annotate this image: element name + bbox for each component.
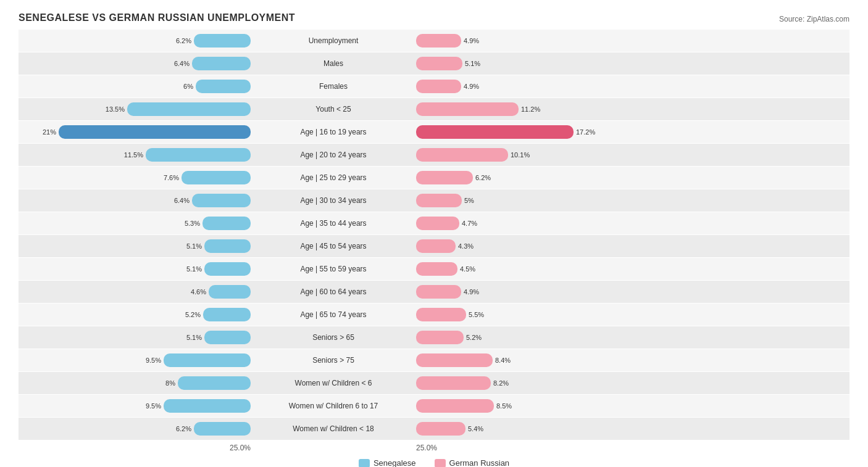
pink-bar bbox=[416, 148, 508, 162]
left-value: 13.5% bbox=[106, 105, 125, 113]
pink-bar bbox=[416, 102, 519, 116]
left-value: 11.5% bbox=[124, 151, 143, 159]
left-bar-area: 6.2% bbox=[19, 34, 253, 48]
chart-row: 9.5% Seniors > 75 8.4% bbox=[19, 349, 849, 371]
blue-bar bbox=[204, 239, 251, 253]
left-value: 6.4% bbox=[174, 197, 190, 204]
blue-bar bbox=[202, 217, 251, 230]
left-value: 9.5% bbox=[146, 357, 161, 364]
blue-bar bbox=[146, 148, 251, 162]
axis-left: 25.0% bbox=[19, 444, 253, 452]
legend-blue-box bbox=[359, 459, 370, 468]
bar-label: Women w/ Children 6 to 17 bbox=[253, 402, 414, 410]
bar-label: Women w/ Children < 18 bbox=[253, 424, 414, 433]
chart-row: 9.5% Women w/ Children 6 to 17 8.5% bbox=[19, 395, 849, 417]
chart-row: 7.6% Age | 25 to 29 years 6.2% bbox=[19, 167, 849, 189]
left-bar-area: 6.4% bbox=[19, 57, 253, 70]
bar-label: Age | 30 to 34 years bbox=[253, 196, 414, 205]
right-value: 10.1% bbox=[511, 151, 530, 159]
chart-row: 8% Women w/ Children < 6 8.2% bbox=[19, 372, 849, 394]
blue-bar bbox=[59, 125, 251, 139]
chart-area: 6.2% Unemployment 4.9% 6.4% Males 5.1% 6… bbox=[19, 30, 849, 440]
bar-label: Males bbox=[253, 59, 414, 68]
chart-row: 5.1% Age | 55 to 59 years 4.5% bbox=[19, 258, 849, 280]
axis-right-label: 25.0% bbox=[416, 444, 437, 452]
chart-row: 6% Females 4.9% bbox=[19, 75, 849, 97]
chart-row: 5.3% Age | 35 to 44 years 4.7% bbox=[19, 212, 849, 234]
left-value: 21% bbox=[43, 128, 56, 136]
left-value: 5.2% bbox=[185, 311, 201, 318]
bar-label: Females bbox=[253, 82, 414, 91]
right-value: 4.3% bbox=[458, 242, 474, 250]
right-value: 4.7% bbox=[462, 220, 477, 227]
left-value: 7.6% bbox=[164, 174, 179, 181]
right-value: 4.9% bbox=[464, 288, 479, 295]
bar-label: Age | 45 to 54 years bbox=[253, 242, 414, 250]
left-bar-area: 4.6% bbox=[19, 285, 253, 299]
right-bar-area: 11.2% bbox=[414, 102, 648, 116]
bar-label: Age | 55 to 59 years bbox=[253, 265, 414, 273]
right-value: 8.2% bbox=[493, 379, 509, 387]
right-bar-area: 6.2% bbox=[414, 171, 648, 184]
bar-label: Youth < 25 bbox=[253, 105, 414, 114]
blue-bar bbox=[203, 308, 251, 321]
bar-label: Age | 35 to 44 years bbox=[253, 219, 414, 228]
right-value: 8.4% bbox=[495, 357, 511, 364]
blue-bar bbox=[209, 285, 251, 299]
left-bar-area: 7.6% bbox=[19, 171, 253, 184]
blue-bar bbox=[204, 262, 251, 276]
left-bar-area: 8% bbox=[19, 376, 253, 390]
blue-bar bbox=[164, 353, 251, 367]
chart-container: SENEGALESE VS GERMAN RUSSIAN UNEMPLOYMEN… bbox=[0, 0, 868, 467]
left-value: 5.3% bbox=[185, 220, 200, 227]
left-value: 6% bbox=[183, 83, 193, 90]
right-bar-area: 8.4% bbox=[414, 353, 648, 367]
chart-row: 5.2% Age | 65 to 74 years 5.5% bbox=[19, 304, 849, 326]
right-value: 8.5% bbox=[496, 402, 512, 410]
bar-label: Age | 65 to 74 years bbox=[253, 310, 414, 319]
pink-bar bbox=[416, 217, 459, 230]
right-value: 5.1% bbox=[465, 60, 480, 67]
pink-bar bbox=[416, 239, 456, 253]
right-bar-area: 10.1% bbox=[414, 148, 648, 162]
left-bar-area: 5.1% bbox=[19, 331, 253, 344]
right-value: 5.4% bbox=[468, 425, 483, 432]
pink-bar bbox=[416, 285, 461, 299]
right-bar-area: 4.3% bbox=[414, 239, 648, 253]
left-bar-area: 5.2% bbox=[19, 308, 253, 321]
right-bar-area: 8.5% bbox=[414, 399, 648, 413]
chart-row: 6.2% Women w/ Children < 18 5.4% bbox=[19, 418, 849, 440]
right-bar-area: 8.2% bbox=[414, 376, 648, 390]
right-value: 5.5% bbox=[469, 311, 484, 318]
pink-bar bbox=[416, 57, 462, 70]
blue-bar bbox=[127, 102, 251, 116]
left-value: 5.1% bbox=[186, 265, 202, 273]
pink-bar bbox=[416, 262, 457, 276]
right-bar-area: 5.5% bbox=[414, 308, 648, 321]
blue-bar bbox=[194, 422, 251, 436]
right-bar-area: 4.5% bbox=[414, 262, 648, 276]
pink-bar bbox=[416, 422, 465, 436]
chart-row: 6.2% Unemployment 4.9% bbox=[19, 30, 849, 52]
right-value: 17.2% bbox=[576, 128, 595, 136]
blue-bar bbox=[196, 80, 251, 93]
legend-senegalese: Senegalese bbox=[359, 458, 416, 467]
chart-row: 5.1% Age | 45 to 54 years 4.3% bbox=[19, 235, 849, 257]
blue-bar bbox=[204, 331, 251, 344]
right-bar-area: 4.7% bbox=[414, 217, 648, 230]
right-value: 6.2% bbox=[475, 174, 491, 181]
chart-row: 11.5% Age | 20 to 24 years 10.1% bbox=[19, 144, 849, 166]
bar-label: Age | 20 to 24 years bbox=[253, 151, 414, 159]
left-bar-area: 5.1% bbox=[19, 262, 253, 276]
chart-row: 5.1% Seniors > 65 5.2% bbox=[19, 326, 849, 349]
left-bar-area: 5.3% bbox=[19, 217, 253, 230]
right-value: 4.9% bbox=[464, 83, 479, 90]
bar-label: Seniors > 75 bbox=[253, 356, 414, 365]
bar-label: Age | 16 to 19 years bbox=[253, 128, 414, 136]
left-value: 6.2% bbox=[176, 425, 191, 432]
right-bar-area: 17.2% bbox=[414, 125, 648, 139]
left-bar-area: 13.5% bbox=[19, 102, 253, 116]
pink-bar bbox=[416, 125, 574, 139]
legend: Senegalese German Russian bbox=[19, 458, 849, 467]
right-bar-area: 5.4% bbox=[414, 422, 648, 436]
